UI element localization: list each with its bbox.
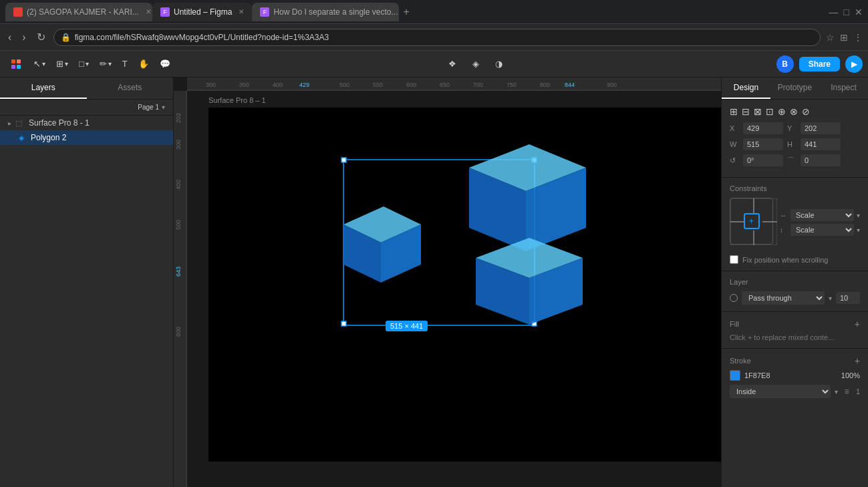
component-tool[interactable]: ❖: [444, 56, 460, 71]
address-bar[interactable]: 🔒 figma.com/file/hSRwafq8wwvMopg4ct0vPL/…: [53, 29, 821, 46]
fill-placeholder: Click + to replace mixed conte...: [730, 333, 860, 341]
settings-icon[interactable]: ⋮: [853, 32, 863, 43]
svg-text:700: 700: [473, 82, 483, 88]
comment-tool[interactable]: 💬: [156, 56, 174, 71]
plugin-icon: ◈: [472, 59, 479, 69]
pen-tool-chevron: ▾: [108, 60, 112, 67]
move-tool[interactable]: ↖ ▾: [29, 56, 49, 71]
align-center-h-icon[interactable]: ⊟: [742, 106, 750, 117]
canvas-area[interactable]: 300 350 400 429 500 550 600 650 700 750 …: [174, 77, 721, 487]
assets-tab[interactable]: Assets: [87, 77, 174, 99]
figma-menu-button[interactable]: [5, 53, 27, 75]
pen-tool[interactable]: ✏ ▾: [96, 56, 116, 71]
shape-tool[interactable]: □ ▾: [75, 56, 93, 71]
extensions-icon[interactable]: ⊞: [840, 32, 848, 43]
layer-item-polygon[interactable]: ◈ Polygon 2: [0, 130, 173, 145]
prototype-tab[interactable]: Prototype: [770, 77, 819, 99]
layer-section-title: Layer: [730, 278, 860, 286]
tab-label-youtube: (2) SAGOPA KAJMER - KARI...: [27, 7, 139, 17]
add-stroke-button[interactable]: +: [855, 355, 860, 366]
fix-position-row: Fix position when scrolling: [730, 255, 860, 264]
plugin-tool[interactable]: ◈: [468, 56, 483, 71]
contrast-tool[interactable]: ◑: [491, 56, 507, 71]
x-input[interactable]: [743, 122, 783, 134]
layer-mode-select[interactable]: Pass through Normal Darken Multiply Scre…: [742, 291, 825, 305]
reload-button[interactable]: ↻: [34, 29, 48, 45]
frame-tool[interactable]: ⊞ ▾: [52, 56, 72, 71]
svg-text:300: 300: [206, 82, 216, 88]
stroke-width-value: 1: [856, 387, 860, 395]
tab-close-youtube[interactable]: ✕: [146, 8, 151, 15]
h-constraint-select[interactable]: Scale Left Right Left & Right Center: [790, 209, 854, 221]
svg-text:429: 429: [299, 82, 309, 88]
move-icon: ↖: [33, 59, 41, 69]
new-tab-button[interactable]: +: [403, 6, 409, 18]
inspect-tab[interactable]: Inspect: [819, 77, 868, 99]
corner-icon: ⌒: [787, 156, 797, 166]
layers-tab-label: Layers: [31, 83, 55, 92]
v-constraint-select[interactable]: Scale Top Bottom Top & Bottom Center: [790, 224, 854, 236]
page-name: Page 1: [138, 104, 159, 111]
size-row: W H: [730, 138, 860, 150]
frame-canvas[interactable]: 515 × 441: [208, 108, 721, 462]
svg-rect-1: [17, 59, 21, 63]
layers-tab[interactable]: Layers: [0, 77, 87, 99]
fix-position-label: Fix position when scrolling: [742, 256, 828, 264]
vertical-constraint-row: ↕ Scale Top Bottom Top & Bottom Center ▾: [780, 224, 860, 236]
page-chevron: ▾: [162, 104, 165, 111]
tab-label-figma: Untitled – Figma: [174, 7, 232, 17]
forward-button[interactable]: ›: [19, 30, 28, 45]
text-tool[interactable]: T: [118, 56, 132, 71]
distribute-icon[interactable]: ⊘: [802, 106, 810, 117]
h-input[interactable]: [801, 138, 841, 150]
w-label: W: [730, 140, 739, 148]
rotation-input[interactable]: [743, 154, 783, 166]
page-selector[interactable]: Page 1 ▾: [0, 100, 173, 116]
svg-text:500: 500: [175, 220, 182, 230]
minimize-icon[interactable]: —: [829, 7, 839, 17]
design-tab[interactable]: Design: [722, 77, 770, 99]
add-fill-button[interactable]: +: [855, 319, 860, 329]
alignment-section: ⊞ ⊟ ⊠ ⊡ ⊕ ⊗ ⊘ X Y W H: [722, 100, 868, 178]
layer-item-frame[interactable]: ▸ ⬚ Surface Pro 8 - 1: [0, 116, 173, 130]
browser-bar: (2) SAGOPA KAJMER - KARI... ✕ F Untitled…: [0, 0, 868, 24]
stroke-position-select[interactable]: Inside Outside Center: [730, 385, 831, 398]
constraint-center-icon: +: [744, 213, 760, 229]
maximize-icon[interactable]: □: [844, 7, 849, 17]
svg-text:750: 750: [507, 82, 517, 88]
bookmark-icon[interactable]: ☆: [826, 32, 835, 43]
stroke-title: Stroke: [730, 357, 751, 365]
stroke-color-swatch[interactable]: [730, 370, 740, 381]
align-center-v-icon[interactable]: ⊕: [778, 106, 786, 117]
align-right-icon[interactable]: ⊠: [754, 106, 762, 117]
ruler-left: 202 300 400 500 643 800: [174, 91, 187, 487]
left-sidebar: Layers Assets Page 1 ▾ ▸ ⬚ Surface Pro 8…: [0, 77, 174, 487]
user-initial: B: [782, 59, 788, 69]
hand-tool[interactable]: ✋: [134, 56, 153, 71]
tab-close-figma[interactable]: ✕: [239, 8, 244, 15]
layer-opacity-input[interactable]: [836, 292, 860, 304]
align-left-icon[interactable]: ⊞: [730, 106, 738, 117]
fix-position-checkbox[interactable]: [730, 255, 738, 264]
frame-tool-chevron: ▾: [65, 60, 68, 67]
tab-figma[interactable]: F Untitled – Figma ✕: [152, 3, 252, 21]
tab-favicon-figma: F: [160, 7, 170, 17]
layer-mode-chevron: ▾: [829, 295, 832, 302]
align-bottom-icon[interactable]: ⊗: [790, 106, 798, 117]
align-top-icon[interactable]: ⊡: [766, 106, 774, 117]
y-input[interactable]: [801, 122, 841, 134]
back-button[interactable]: ‹: [5, 30, 14, 45]
canvas-inner[interactable]: Surface Pro 8 – 1: [187, 91, 721, 487]
tab-youtube[interactable]: (2) SAGOPA KAJMER - KARI... ✕: [5, 3, 152, 21]
stroke-dash-icon: ≡: [845, 387, 849, 396]
w-input[interactable]: [743, 138, 783, 150]
tab-stackoverflow[interactable]: F How Do I separate a single vecto... ✕: [252, 3, 399, 21]
present-button[interactable]: ▶: [845, 55, 863, 73]
close-browser-icon[interactable]: ✕: [855, 7, 863, 17]
component-icon: ❖: [448, 59, 456, 69]
svg-text:300: 300: [175, 140, 182, 150]
toolbar-left: ↖ ▾ ⊞ ▾ □ ▾ ✏ ▾ T ✋ 💬: [5, 53, 174, 75]
share-button[interactable]: Share: [799, 57, 840, 71]
stroke-opacity-value: 100%: [841, 371, 860, 379]
corner-input[interactable]: [801, 154, 841, 166]
